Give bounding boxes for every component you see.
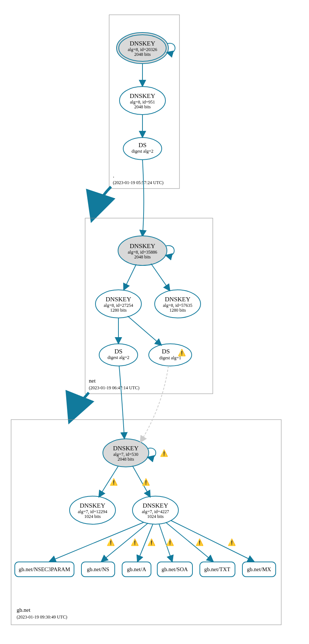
svg-text:DS: DS: [138, 142, 147, 149]
node-net-ds1: DS digest alg=2: [99, 344, 138, 366]
node-rr-txt: gb.net/TXT: [200, 562, 235, 577]
node-rr-soa: gb.net/SOA: [157, 562, 192, 577]
node-root-ksk: DNSKEY alg=8, id=20326 2048 bits: [117, 33, 168, 64]
edge-zsk2-nsec3: [50, 522, 144, 561]
svg-text:2048 bits: 2048 bits: [118, 457, 134, 462]
zone-gbnet-timestamp: (2023-01-19 09:30:49 UTC): [17, 614, 67, 620]
svg-text:alg=8, id=20326: alg=8, id=20326: [128, 47, 157, 52]
edge-net-ksk-zsk1: [124, 264, 136, 289]
svg-text:2048 bits: 2048 bits: [134, 52, 151, 57]
node-net-ds2: DS ⚠️ digest alg=1: [149, 344, 192, 366]
svg-text:gb.net/NSEC3PARAM: gb.net/NSEC3PARAM: [19, 566, 70, 572]
warning-icon: ⚠️: [131, 538, 139, 546]
svg-text:DNSKEY: DNSKEY: [165, 296, 191, 303]
edge-net-ksk-zsk2: [151, 264, 169, 290]
node-net-zsk1: DNSKEY alg=8, id=27254 1280 bits: [95, 290, 141, 318]
zone-net-timestamp: (2023-01-19 06:47:14 UTC): [89, 385, 140, 390]
svg-text:1024 bits: 1024 bits: [84, 514, 101, 519]
warning-icon: ⚠️: [147, 538, 156, 546]
node-gb-ksk: DNSKEY alg=7, id=530 2048 bits: [103, 439, 149, 467]
svg-text:alg=8, id=27254: alg=8, id=27254: [104, 303, 133, 308]
svg-text:1024 bits: 1024 bits: [147, 514, 164, 519]
edge-zsk2-mx: [171, 521, 253, 561]
node-gb-zsk2: DNSKEY alg=7, id=4227 1024 bits: [132, 496, 178, 524]
node-root-zsk: DNSKEY alg=8, id=951 2048 bits: [120, 87, 165, 115]
svg-text:gb.net/A: gb.net/A: [127, 566, 146, 572]
edge-net-ds2-gb-ksk: [141, 366, 168, 442]
node-rr-mx: gb.net/MX: [242, 562, 276, 577]
svg-text:DS: DS: [114, 348, 122, 355]
warning-icon: ⚠️: [142, 478, 150, 486]
zone-root-label: .: [113, 173, 114, 179]
svg-text:gb.net/MX: gb.net/MX: [247, 566, 271, 572]
svg-text:alg=8, id=951: alg=8, id=951: [130, 99, 155, 105]
edge-net-ksk-self: [166, 245, 174, 256]
edge-net-zsk1-ds2: [128, 316, 161, 345]
svg-text:DNSKEY: DNSKEY: [113, 445, 139, 452]
svg-text:alg=8, id=57635: alg=8, id=57635: [163, 303, 192, 308]
svg-text:DNSKEY: DNSKEY: [130, 243, 155, 250]
node-net-ksk: DNSKEY alg=8, id=35886 2048 bits: [118, 236, 167, 265]
node-net-zsk2: DNSKEY alg=8, id=57635 1280 bits: [155, 290, 201, 318]
warning-icon: ⚠️: [160, 449, 168, 457]
node-root-ds: DS digest alg=2: [123, 138, 162, 160]
svg-text:DNSKEY: DNSKEY: [130, 40, 155, 47]
svg-text:gb.net/TXT: gb.net/TXT: [204, 566, 230, 572]
warning-icon: ⚠️: [110, 478, 118, 486]
edge-gb-ksk-self: [148, 448, 156, 458]
svg-text:1280 bits: 1280 bits: [110, 308, 127, 313]
svg-text:alg=7, id=530: alg=7, id=530: [113, 452, 138, 457]
edge-root-ds-net-ksk: [142, 160, 144, 236]
svg-text:DS: DS: [162, 348, 170, 355]
svg-text:DNSKEY: DNSKEY: [130, 92, 155, 99]
node-rr-nsec3param: gb.net/NSEC3PARAM: [15, 562, 74, 577]
warning-icon: ⚠️: [107, 538, 115, 546]
warning-icon: ⚠️: [228, 538, 236, 546]
svg-text:digest alg=2: digest alg=2: [131, 149, 153, 154]
node-rr-a: gb.net/A: [122, 562, 151, 577]
svg-text:1280 bits: 1280 bits: [169, 308, 186, 313]
warning-icon: ⚠️: [195, 538, 204, 546]
svg-text:alg=7, id=12294: alg=7, id=12294: [78, 509, 107, 514]
zone-root-timestamp: (2023-01-19 05:57:24 UTC): [113, 180, 164, 185]
node-rr-ns: gb.net/NS: [81, 562, 115, 577]
dnssec-diagram: . (2023-01-19 05:57:24 UTC) DNSKEY alg=8…: [0, 0, 309, 644]
svg-text:2048 bits: 2048 bits: [134, 254, 151, 260]
node-gb-zsk1: DNSKEY alg=7, id=12294 1024 bits: [70, 496, 115, 524]
warning-icon: ⚠️: [166, 538, 174, 546]
edge-zone-net-to-gbnet: [70, 393, 89, 420]
zone-net-label: net: [89, 378, 96, 384]
svg-text:DNSKEY: DNSKEY: [106, 296, 131, 303]
svg-text:DNSKEY: DNSKEY: [143, 502, 168, 509]
svg-text:digest alg=2: digest alg=2: [107, 355, 129, 360]
svg-text:2048 bits: 2048 bits: [134, 104, 151, 109]
svg-text:DNSKEY: DNSKEY: [80, 502, 105, 509]
zone-gbnet-label: gb.net: [17, 607, 31, 613]
svg-text:alg=8, id=35886: alg=8, id=35886: [128, 250, 157, 255]
edge-zone-root-to-net: [93, 187, 111, 218]
svg-text:alg=7, id=4227: alg=7, id=4227: [142, 509, 169, 514]
svg-text:gb.net/NS: gb.net/NS: [87, 566, 109, 572]
svg-text:digest alg=1: digest alg=1: [159, 355, 181, 360]
edge-net-ds1-gb-ksk: [119, 366, 124, 438]
svg-text:gb.net/SOA: gb.net/SOA: [161, 566, 188, 572]
